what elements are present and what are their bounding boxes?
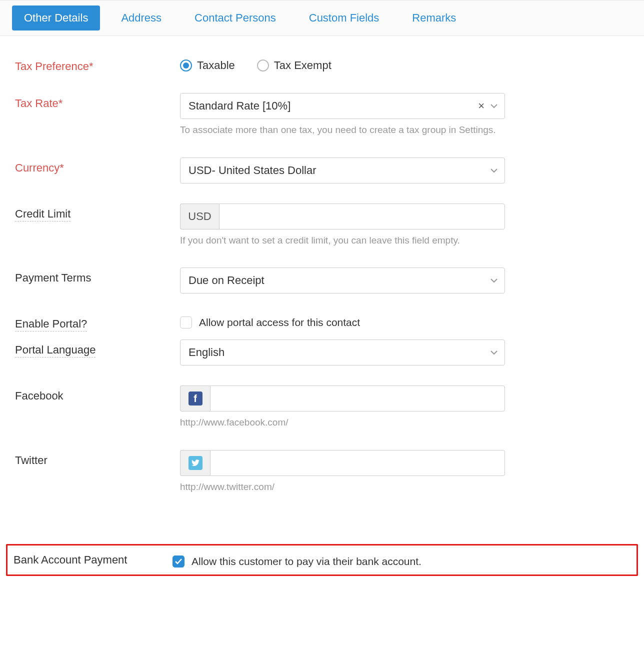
enable-portal-checkbox-label: Allow portal access for this contact bbox=[199, 316, 360, 328]
credit-limit-input[interactable] bbox=[219, 204, 505, 230]
currency-select[interactable]: USD- United States Dollar bbox=[180, 158, 505, 184]
portal-language-select[interactable]: English bbox=[180, 340, 505, 366]
currency-label: Currency* bbox=[15, 158, 180, 174]
twitter-help: http://www.twitter.com/ bbox=[180, 480, 505, 494]
facebook-addon: f bbox=[180, 386, 210, 412]
tab-contact-persons[interactable]: Contact Persons bbox=[182, 6, 288, 30]
radio-taxable[interactable]: Taxable bbox=[180, 59, 235, 72]
twitter-group bbox=[180, 450, 505, 476]
twitter-input[interactable] bbox=[210, 450, 505, 476]
radio-taxable-label: Taxable bbox=[197, 59, 235, 72]
bank-account-payment-checkbox-label: Allow this customer to pay via their ban… bbox=[192, 556, 422, 568]
form-area: Tax Preference* Taxable Tax Exempt Tax R… bbox=[0, 36, 644, 544]
tax-rate-value: Standard Rate [10%] bbox=[188, 100, 290, 112]
tax-rate-help: To associate more than one tax, you need… bbox=[180, 123, 505, 138]
facebook-icon: f bbox=[188, 392, 202, 406]
credit-limit-group: USD bbox=[180, 204, 505, 230]
twitter-label: Twitter bbox=[15, 450, 180, 467]
enable-portal-label: Enable Portal? bbox=[15, 314, 180, 330]
tab-custom-fields[interactable]: Custom Fields bbox=[297, 6, 392, 30]
radio-exempt-label: Tax Exempt bbox=[274, 59, 332, 72]
bank-account-payment-label: Bank Account Payment bbox=[14, 554, 172, 566]
currency-value: USD- United States Dollar bbox=[188, 164, 316, 177]
tax-preference-radio-group: Taxable Tax Exempt bbox=[180, 56, 505, 72]
bank-account-payment-row: Bank Account Payment Allow this customer… bbox=[6, 544, 638, 576]
radio-indicator bbox=[180, 60, 192, 72]
tab-other-details[interactable]: Other Details bbox=[12, 6, 100, 30]
portal-language-label: Portal Language bbox=[15, 340, 180, 356]
radio-indicator bbox=[257, 60, 269, 72]
close-icon[interactable]: × bbox=[478, 100, 484, 112]
twitter-icon bbox=[188, 456, 202, 470]
facebook-group: f bbox=[180, 386, 505, 412]
bank-account-payment-checkbox[interactable] bbox=[172, 556, 184, 568]
credit-limit-help: If you don't want to set a credit limit,… bbox=[180, 234, 505, 248]
tax-rate-select[interactable]: Standard Rate [10%] × bbox=[180, 93, 505, 119]
payment-terms-label: Payment Terms bbox=[15, 268, 180, 284]
chevron-down-icon bbox=[490, 168, 498, 173]
chevron-down-icon bbox=[490, 104, 498, 108]
tab-remarks[interactable]: Remarks bbox=[400, 6, 468, 30]
facebook-label: Facebook bbox=[15, 386, 180, 402]
tax-rate-label: Tax Rate* bbox=[15, 93, 180, 110]
tab-address[interactable]: Address bbox=[109, 6, 174, 30]
payment-terms-value: Due on Receipt bbox=[188, 274, 264, 287]
credit-limit-label: Credit Limit bbox=[15, 204, 180, 220]
twitter-addon bbox=[180, 450, 210, 476]
facebook-help: http://www.facebook.com/ bbox=[180, 416, 505, 430]
tax-preference-label: Tax Preference* bbox=[15, 56, 180, 73]
payment-terms-select[interactable]: Due on Receipt bbox=[180, 268, 505, 294]
portal-language-value: English bbox=[188, 346, 224, 359]
enable-portal-checkbox[interactable] bbox=[180, 316, 192, 328]
credit-limit-prefix: USD bbox=[180, 204, 219, 230]
radio-tax-exempt[interactable]: Tax Exempt bbox=[257, 59, 332, 72]
facebook-input[interactable] bbox=[210, 386, 505, 412]
tabs-bar: Other Details Address Contact Persons Cu… bbox=[0, 0, 644, 36]
chevron-down-icon bbox=[490, 350, 498, 355]
chevron-down-icon bbox=[490, 278, 498, 283]
